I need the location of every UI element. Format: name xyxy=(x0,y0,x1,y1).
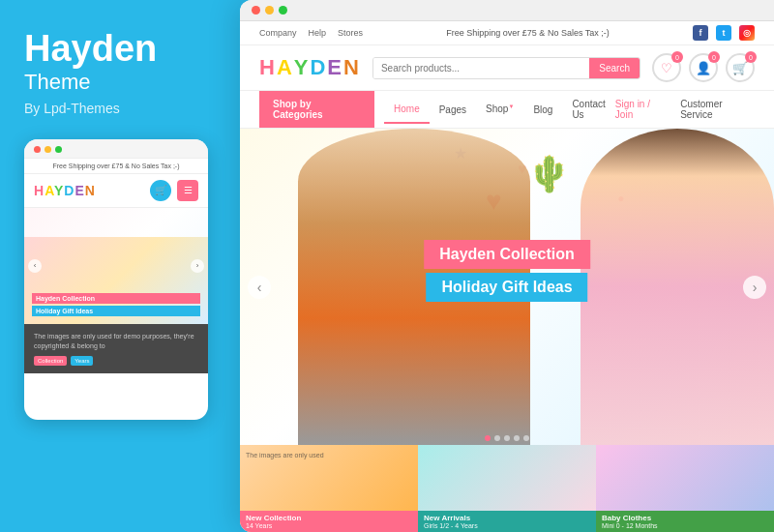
left-panel: Hayden Theme By Lpd-Themes Free Shipping… xyxy=(0,0,232,532)
desktop-top-bar: Company Help Stores Free Shipping over £… xyxy=(240,21,774,45)
desktop-preview: Company Help Stores Free Shipping over £… xyxy=(240,0,774,532)
search-input[interactable] xyxy=(373,58,589,78)
desktop-top-social: f t ◎ xyxy=(693,25,755,41)
mobile-arrow-right[interactable]: › xyxy=(191,259,204,273)
wishlist-badge: 0 xyxy=(671,51,683,63)
wishlist-button[interactable]: ♡ 0 xyxy=(652,53,681,82)
brand-title: Hayden xyxy=(24,29,208,70)
deco-cactus: 🌵 xyxy=(527,154,571,194)
search-bar: Search xyxy=(372,57,640,79)
thumb-card-2[interactable]: New Arrivals Girls 1/2 - 4 Years xyxy=(418,445,596,532)
desktop-main-header: HAYDEN Search ♡ 0 👤 0 🛒 0 xyxy=(240,45,774,91)
thumb-sub-2: Girls 1/2 - 4 Years xyxy=(424,522,590,529)
search-button[interactable]: Search xyxy=(589,58,640,78)
desktop-titlebar xyxy=(240,0,774,21)
twitter-icon[interactable]: t xyxy=(716,25,731,41)
thumb-label-3: Baby Clothes Mini 0 - 12 Months xyxy=(596,511,774,532)
nav-contact[interactable]: Contact Us xyxy=(562,91,614,128)
top-link-help[interactable]: Help xyxy=(309,28,327,38)
mobile-bottom-panel: The images are only used for demo purpos… xyxy=(24,324,208,374)
nav-shop[interactable]: Shop▼ xyxy=(476,96,523,122)
slider-dot-3[interactable] xyxy=(504,435,510,441)
sign-in-link[interactable]: Sign in / Join xyxy=(615,99,669,120)
thumb-sub-1: 14 Years xyxy=(246,522,412,529)
mobile-menu-icon[interactable]: ☰ xyxy=(177,180,198,201)
thumb-sub-3: Mini 0 - 12 Months xyxy=(602,522,768,529)
mobile-categories-row: Collection Years xyxy=(34,356,198,366)
mobile-titlebar xyxy=(24,139,208,159)
mobile-cart-icon[interactable]: 🛒 xyxy=(150,180,171,201)
thumb-label-1: New Collection 14 Years xyxy=(240,511,418,532)
hero-content: Hayden Collection Holiday Gift Ideas xyxy=(424,240,590,302)
brand-by: By Lpd-Themes xyxy=(24,101,208,116)
top-link-stores[interactable]: Stores xyxy=(338,28,363,38)
desktop-top-links: Company Help Stores xyxy=(259,28,363,38)
hero-badge1: Hayden Collection xyxy=(424,240,590,269)
desktop-dot-red xyxy=(252,6,260,15)
desktop-logo: HAYDEN xyxy=(259,55,361,80)
hero-arrow-right[interactable]: › xyxy=(743,276,766,299)
shop-by-categories-button[interactable]: Shop by Categories xyxy=(259,91,374,128)
nav-links: Home Pages Shop▼ Blog Contact Us xyxy=(374,91,615,128)
mobile-header: HAYDEN 🛒 ☰ xyxy=(24,174,208,208)
nav-pages[interactable]: Pages xyxy=(430,97,476,123)
account-button[interactable]: 👤 0 xyxy=(689,53,718,82)
mobile-logo: HAYDEN xyxy=(34,183,96,198)
mobile-bottom-text: The images are only used for demo purpos… xyxy=(34,332,198,351)
hero-badge2: Holiday Gift Ideas xyxy=(426,273,587,302)
nav-right: Sign in / Join Customer Service xyxy=(615,99,755,120)
desktop-dot-green xyxy=(279,6,287,15)
desktop-dot-yellow xyxy=(265,6,274,15)
cart-badge: 0 xyxy=(745,51,757,63)
nav-home[interactable]: Home xyxy=(384,96,430,124)
account-badge: 0 xyxy=(708,51,720,63)
thumb-label-2: New Arrivals Girls 1/2 - 4 Years xyxy=(418,511,596,532)
slider-dot-2[interactable] xyxy=(494,435,500,441)
mobile-cat-collection: Collection xyxy=(34,356,67,366)
cart-button[interactable]: 🛒 0 xyxy=(726,53,755,82)
thumbs-row: The images are only used New Collection … xyxy=(240,445,774,532)
mobile-banner-text: Hayden Collection Holiday Gift Ideas xyxy=(32,293,200,316)
mobile-header-icons: 🛒 ☰ xyxy=(150,180,198,201)
brand-subtitle: Theme xyxy=(24,70,208,95)
mobile-banner-line1: Hayden Collection xyxy=(32,293,200,304)
mobile-arrow-left[interactable]: ‹ xyxy=(28,259,42,273)
instagram-icon[interactable]: ◎ xyxy=(739,25,755,41)
hero-arrow-left[interactable]: ‹ xyxy=(248,276,271,299)
mobile-cat-years: Years xyxy=(71,356,93,366)
mobile-hero: ‹ › Hayden Collection Holiday Gift Ideas xyxy=(24,208,208,324)
header-icons: ♡ 0 👤 0 🛒 0 xyxy=(652,53,755,82)
mobile-dot-yellow xyxy=(45,146,51,153)
thumb-card-3[interactable]: Baby Clothes Mini 0 - 12 Months xyxy=(596,445,774,532)
facebook-icon[interactable]: f xyxy=(693,25,708,41)
customer-service-link[interactable]: Customer Service xyxy=(680,99,755,120)
mobile-banner-line2: Holiday Gift Ideas xyxy=(32,306,200,316)
mobile-dot-red xyxy=(34,146,41,153)
mobile-dot-green xyxy=(55,146,62,153)
slider-dot-4[interactable] xyxy=(514,435,520,441)
slider-dot-5[interactable] xyxy=(523,435,529,441)
hero-section: ♥ ♥ 🌵 ★ ● Hayden Collection Holiday Gift… xyxy=(240,129,774,445)
nav-blog[interactable]: Blog xyxy=(523,97,562,123)
thumb-overlay-1: The images are only used xyxy=(246,451,412,459)
desktop-nav: Shop by Categories Home Pages Shop▼ Blog… xyxy=(240,91,774,129)
thumb-card-1[interactable]: The images are only used New Collection … xyxy=(240,445,418,532)
mobile-mockup: Free Shipping over £75 & No Sales Tax ;-… xyxy=(24,139,208,420)
slider-dots xyxy=(485,435,529,441)
desktop-shipping-text: Free Shipping over £75 & No Sales Tax ;-… xyxy=(446,28,609,38)
mobile-shipping-bar: Free Shipping over £75 & No Sales Tax ;-… xyxy=(24,159,208,174)
top-link-company[interactable]: Company xyxy=(259,28,297,38)
slider-dot-1[interactable] xyxy=(485,435,491,441)
